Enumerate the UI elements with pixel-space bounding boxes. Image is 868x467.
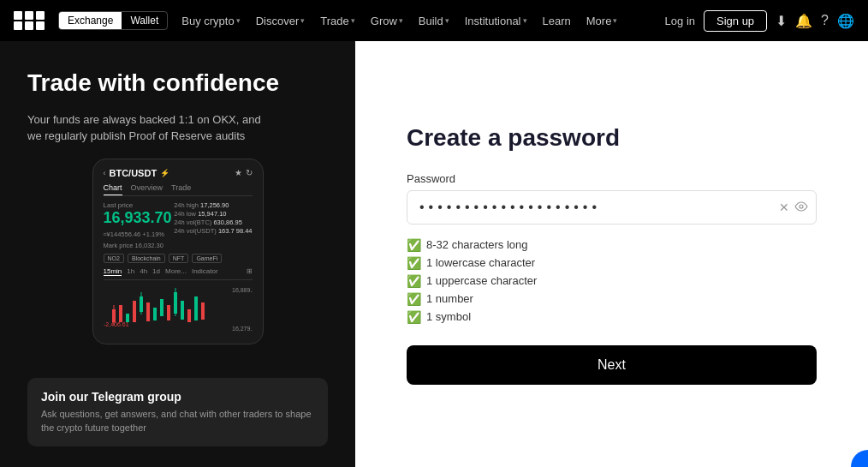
timeframe-4h: 4h bbox=[140, 267, 147, 275]
svg-rect-16 bbox=[160, 299, 163, 316]
validation-item-length: ✅ 8-32 characters long bbox=[407, 238, 817, 252]
nav-links: Buy crypto ▾ Discover ▾ Trade ▾ Grow ▾ B… bbox=[175, 0, 657, 41]
left-panel: Trade with confidence Your funds are alw… bbox=[0, 41, 355, 467]
svg-rect-19 bbox=[181, 301, 184, 320]
phone-mark-price: Mark price 16,032.30 bbox=[104, 242, 172, 249]
chevron-down-icon: ▾ bbox=[445, 16, 449, 25]
signup-button[interactable]: Sign up bbox=[704, 10, 767, 32]
phone-tabs: Chart Overview Trade bbox=[104, 183, 253, 196]
bell-icon[interactable]: 🔔 bbox=[795, 13, 812, 29]
chevron-down-icon: ▾ bbox=[351, 16, 355, 25]
nav-item-build[interactable]: Build ▾ bbox=[412, 0, 456, 41]
phone-tab-overview: Overview bbox=[131, 183, 163, 195]
validation-item-symbol: ✅ 1 symbol bbox=[407, 310, 817, 324]
svg-point-26 bbox=[800, 205, 803, 208]
nav-item-grow[interactable]: Grow ▾ bbox=[364, 0, 410, 41]
chevron-down-icon: ▾ bbox=[236, 16, 241, 25]
svg-rect-0 bbox=[14, 11, 22, 20]
svg-text:-2,406.61: -2,406.61 bbox=[104, 321, 129, 327]
svg-rect-4 bbox=[25, 21, 33, 30]
help-icon[interactable]: ? bbox=[821, 13, 829, 28]
refresh-icon: ↻ bbox=[246, 168, 253, 177]
hero-subtitle: Your funds are always backed 1:1 on OKX,… bbox=[27, 111, 267, 145]
svg-rect-10 bbox=[119, 305, 122, 322]
decorative-dot bbox=[851, 450, 868, 467]
svg-rect-17 bbox=[167, 305, 170, 320]
wallet-toggle-btn[interactable]: Wallet bbox=[122, 12, 167, 29]
check-icon: ✅ bbox=[407, 292, 421, 306]
exchange-wallet-toggle[interactable]: Exchange Wallet bbox=[58, 11, 168, 30]
main-content: Trade with confidence Your funds are alw… bbox=[0, 41, 868, 467]
timeframe-1d: 1d bbox=[152, 267, 160, 275]
phone-price-row: Last price 16,933.70 ≈¥144556.46 +1.19% … bbox=[104, 201, 253, 249]
svg-rect-2 bbox=[36, 11, 45, 20]
svg-rect-15 bbox=[153, 308, 157, 320]
password-form-group: Password ✕ bbox=[407, 172, 817, 225]
globe-icon[interactable]: 🌐 bbox=[837, 13, 854, 29]
phone-timerow: 15min 1h 4h 1d More... Indicator ⊞ bbox=[104, 267, 253, 280]
nav-item-more[interactable]: More ▾ bbox=[580, 0, 625, 41]
next-button[interactable]: Next bbox=[407, 345, 817, 385]
phone-tab-trade: Trade bbox=[171, 183, 191, 195]
validation-text: 1 uppercase character bbox=[426, 274, 537, 287]
right-panel: Create a password Password ✕ bbox=[355, 41, 868, 467]
validation-item-number: ✅ 1 number bbox=[407, 292, 817, 306]
nav-item-institutional[interactable]: Institutional ▾ bbox=[458, 0, 534, 41]
nav-right: Log in Sign up ⬇ 🔔 ? 🌐 bbox=[665, 10, 854, 32]
password-input[interactable] bbox=[407, 190, 817, 225]
login-button[interactable]: Log in bbox=[665, 15, 695, 27]
chevron-down-icon: ▾ bbox=[523, 16, 527, 25]
chart-settings-icon: ⊞ bbox=[247, 267, 253, 275]
nav-item-trade[interactable]: Trade ▾ bbox=[313, 0, 361, 41]
svg-rect-14 bbox=[146, 302, 150, 321]
exchange-toggle-btn[interactable]: Exchange bbox=[59, 12, 122, 29]
nav-item-discover[interactable]: Discover ▾ bbox=[249, 0, 312, 41]
svg-rect-5 bbox=[36, 21, 45, 30]
telegram-box: Join our Telegram group Ask questions, g… bbox=[27, 378, 328, 446]
password-label: Password bbox=[407, 172, 817, 185]
hero-title: Trade with confidence bbox=[27, 69, 328, 98]
chevron-down-icon: ▾ bbox=[613, 16, 617, 25]
svg-rect-1 bbox=[25, 11, 33, 20]
timeframe-indicator: Indicator bbox=[192, 267, 218, 275]
password-input-wrap: ✕ bbox=[407, 190, 817, 225]
check-icon: ✅ bbox=[407, 256, 421, 270]
phone-pair: BTC/USDT bbox=[110, 168, 158, 178]
check-icon: ✅ bbox=[407, 238, 421, 252]
logo-area bbox=[14, 11, 45, 30]
nav-item-buy-crypto[interactable]: Buy crypto ▾ bbox=[175, 0, 247, 41]
phone-price-label: Last price bbox=[104, 201, 172, 209]
phone-mockup: ‹ BTC/USDT ⚡ ★ ↻ Chart Overview Trade bbox=[92, 159, 264, 344]
svg-rect-22 bbox=[201, 302, 205, 320]
validation-text: 1 lowercase character bbox=[426, 256, 535, 269]
chevron-down-icon: ▾ bbox=[300, 16, 305, 25]
svg-rect-21 bbox=[194, 296, 198, 320]
svg-rect-3 bbox=[14, 21, 22, 30]
timeframe-more: More... bbox=[165, 267, 187, 275]
clear-input-icon[interactable]: ✕ bbox=[779, 201, 789, 214]
navbar: Exchange Wallet Buy crypto ▾ Discover ▾ … bbox=[0, 0, 868, 41]
toggle-password-icon[interactable] bbox=[794, 201, 808, 214]
timeframe-15min: 15min bbox=[104, 267, 122, 276]
validation-item-lowercase: ✅ 1 lowercase character bbox=[407, 256, 817, 270]
nav-item-learn[interactable]: Learn bbox=[536, 0, 578, 41]
form-title: Create a password bbox=[407, 124, 817, 152]
phone-icons: ★ ↻ bbox=[235, 168, 253, 177]
validation-text: 1 number bbox=[426, 292, 473, 305]
validation-item-uppercase: ✅ 1 uppercase character bbox=[407, 274, 817, 288]
validation-text: 8-32 characters long bbox=[426, 238, 528, 251]
star-icon: ★ bbox=[235, 168, 242, 177]
svg-rect-11 bbox=[126, 314, 129, 322]
phone-tab-chart: Chart bbox=[104, 183, 122, 195]
svg-rect-20 bbox=[187, 309, 191, 322]
check-icon: ✅ bbox=[407, 274, 421, 288]
timeframe-1h: 1h bbox=[127, 267, 134, 275]
check-icon: ✅ bbox=[407, 310, 421, 324]
phone-tag-gamefi: GameFi bbox=[192, 254, 222, 263]
phone-chart: 16,889.2 16,279.1 -2,406.61 bbox=[104, 284, 253, 335]
phone-tag-no2: NO2 bbox=[104, 254, 124, 263]
phone-tag-nft: NFT bbox=[169, 254, 189, 263]
validation-list: ✅ 8-32 characters long ✅ 1 lowercase cha… bbox=[407, 238, 817, 328]
phone-stats: 24h high 17,256.90 24h low 15,947.10 24h… bbox=[174, 201, 252, 236]
download-icon[interactable]: ⬇ bbox=[776, 13, 787, 29]
